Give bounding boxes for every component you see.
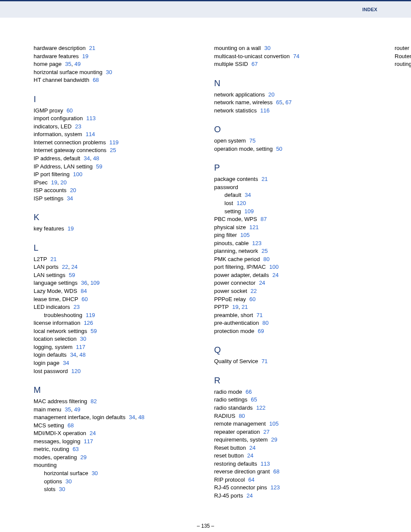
page-ref[interactable]: 20 xyxy=(70,187,76,193)
page-ref[interactable]: 120 xyxy=(237,200,246,206)
page-ref[interactable]: 25 xyxy=(262,248,268,254)
page-ref[interactable]: 66 xyxy=(246,389,252,395)
page-ref[interactable]: 21 xyxy=(50,256,56,262)
page-ref[interactable]: 119 xyxy=(86,312,95,318)
page-ref[interactable]: 30 xyxy=(264,45,270,51)
header-bar: INDEX xyxy=(0,0,411,18)
page-ref[interactable]: 126 xyxy=(84,320,93,326)
page-ref[interactable]: 24 xyxy=(247,452,253,459)
page-ref[interactable]: 123 xyxy=(252,240,262,246)
page-ref[interactable]: 82 xyxy=(90,398,97,404)
page-ref[interactable]: 117 xyxy=(84,438,93,445)
page-ref[interactable]: 120 xyxy=(71,368,81,374)
page-ref[interactable]: 24 xyxy=(72,264,78,270)
page-ref[interactable]: 34 xyxy=(245,192,251,198)
page-ref[interactable]: 60 xyxy=(249,296,255,302)
page-ref[interactable]: 19 xyxy=(232,304,238,310)
page-ref[interactable]: 113 xyxy=(86,115,96,121)
page-ref[interactable]: 22 xyxy=(251,288,257,294)
index-entry: restoring defaults113 xyxy=(214,460,377,468)
page-ref[interactable]: 34 xyxy=(84,155,90,162)
page-ref[interactable]: 69 xyxy=(258,328,264,334)
page-ref[interactable]: 36 xyxy=(81,280,87,286)
page-ref[interactable]: 29 xyxy=(271,436,277,443)
page-ref[interactable]: 21 xyxy=(89,45,95,51)
page-ref[interactable]: 25 xyxy=(110,147,116,153)
page-ref[interactable]: 60 xyxy=(66,107,72,114)
page-ref[interactable]: 67 xyxy=(252,61,258,67)
page-ref[interactable]: 109 xyxy=(244,208,254,215)
page-ref[interactable]: 35 xyxy=(65,61,71,67)
page-ref[interactable]: 113 xyxy=(261,460,270,467)
page-ref[interactable]: 23 xyxy=(75,123,81,130)
page-ref[interactable]: 87 xyxy=(261,216,267,222)
page-ref[interactable]: 19 xyxy=(68,225,74,232)
page-ref[interactable]: 100 xyxy=(73,171,83,177)
page-ref[interactable]: 29 xyxy=(80,454,86,460)
page-ref[interactable]: 34 xyxy=(63,360,69,366)
page-ref[interactable]: 48 xyxy=(138,414,144,420)
page-ref[interactable]: 30 xyxy=(106,69,112,75)
page-ref[interactable]: 49 xyxy=(74,406,80,413)
page-ref[interactable]: 34 xyxy=(67,195,73,202)
page-ref[interactable]: 80 xyxy=(263,256,269,262)
page-ref[interactable]: 123 xyxy=(271,484,280,491)
page-ref[interactable]: 30 xyxy=(92,470,98,476)
page-ref[interactable]: 109 xyxy=(90,280,100,286)
page-ref[interactable]: 59 xyxy=(96,163,102,170)
page-ref[interactable]: 116 xyxy=(260,107,270,114)
page-ref[interactable]: 48 xyxy=(93,155,99,162)
page-ref[interactable]: 24 xyxy=(90,430,96,436)
page-ref[interactable]: 105 xyxy=(240,232,250,238)
page-ref[interactable]: 80 xyxy=(239,413,245,419)
page-ref[interactable]: 71 xyxy=(256,312,262,318)
page-ref[interactable]: 59 xyxy=(90,328,97,334)
page-ref[interactable]: 105 xyxy=(269,420,279,427)
page-ref[interactable]: 34 xyxy=(129,414,135,420)
page-ref[interactable]: 68 xyxy=(273,468,279,475)
page-ref[interactable]: 27 xyxy=(263,429,269,435)
page-ref[interactable]: 119 xyxy=(109,139,119,146)
page-ref[interactable]: 21 xyxy=(242,304,248,310)
page-ref[interactable]: 68 xyxy=(68,422,74,429)
page-ref[interactable]: 63 xyxy=(72,446,78,452)
page-ref[interactable]: 23 xyxy=(74,304,80,310)
page-ref[interactable]: 21 xyxy=(262,176,268,182)
page-ref[interactable]: 71 xyxy=(262,358,268,364)
page-ref[interactable]: 74 xyxy=(293,53,299,59)
page-ref[interactable]: 117 xyxy=(76,344,85,350)
page-ref[interactable]: 35 xyxy=(65,406,71,413)
page-ref[interactable]: 80 xyxy=(262,320,268,326)
page-ref[interactable]: 30 xyxy=(80,336,86,342)
page-ref[interactable]: 24 xyxy=(249,445,255,451)
page-ref[interactable]: 84 xyxy=(81,288,87,294)
page-ref[interactable]: 122 xyxy=(256,404,266,411)
page-ref[interactable]: 100 xyxy=(269,264,279,270)
page-ref[interactable]: 24 xyxy=(259,280,265,286)
page-ref[interactable]: 60 xyxy=(81,296,87,302)
page-ref[interactable]: 49 xyxy=(75,61,81,67)
page-ref[interactable]: 114 xyxy=(86,131,95,137)
page-ref[interactable]: 67 xyxy=(286,99,292,106)
page-ref[interactable]: 64 xyxy=(248,476,254,483)
page-ref[interactable]: 75 xyxy=(249,137,255,144)
index-entry: reverse direction grant68 xyxy=(214,468,377,476)
page-ref[interactable]: 22 xyxy=(62,264,68,270)
page-ref[interactable]: 59 xyxy=(69,272,75,278)
page-ref[interactable]: 30 xyxy=(59,486,65,492)
page-ref[interactable]: 19 xyxy=(51,179,57,186)
page-ref[interactable]: 34 xyxy=(70,352,76,358)
page-ref[interactable]: 48 xyxy=(79,352,85,358)
page-ref[interactable]: 24 xyxy=(246,492,252,499)
index-entry: ISP settings34 xyxy=(34,195,197,202)
page-ref[interactable]: 121 xyxy=(249,224,259,230)
page-ref[interactable]: 50 xyxy=(276,146,282,152)
page-ref[interactable]: 65 xyxy=(276,99,282,106)
page-ref[interactable]: 19 xyxy=(82,53,88,59)
page-ref[interactable]: 20 xyxy=(268,91,274,98)
page-ref[interactable]: 30 xyxy=(65,478,72,485)
page-ref[interactable]: 20 xyxy=(60,179,66,186)
page-ref[interactable]: 68 xyxy=(93,77,99,83)
page-ref[interactable]: 65 xyxy=(251,396,257,403)
page-ref[interactable]: 24 xyxy=(272,272,278,278)
